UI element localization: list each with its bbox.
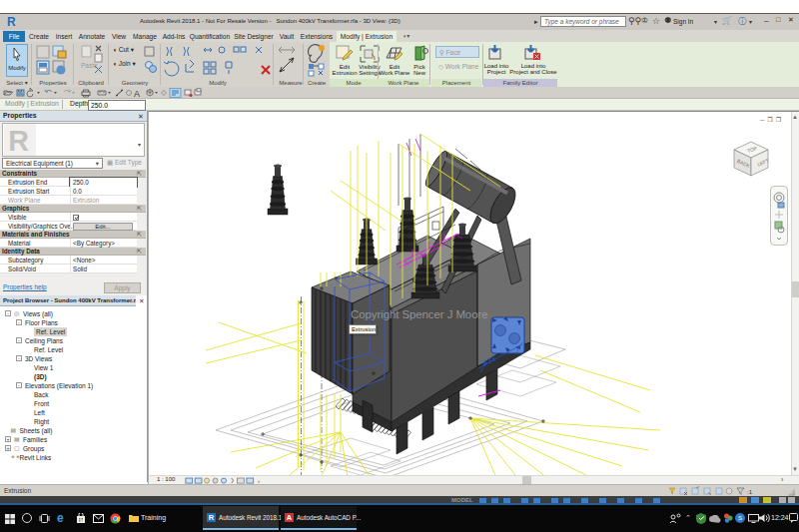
- svg-text:R: R: [8, 125, 29, 156]
- svg-text:R: R: [7, 16, 16, 28]
- svg-text:A: A: [134, 89, 140, 99]
- svg-text::1: :1: [747, 489, 753, 495]
- svg-text:Paste: Paste: [81, 62, 98, 69]
